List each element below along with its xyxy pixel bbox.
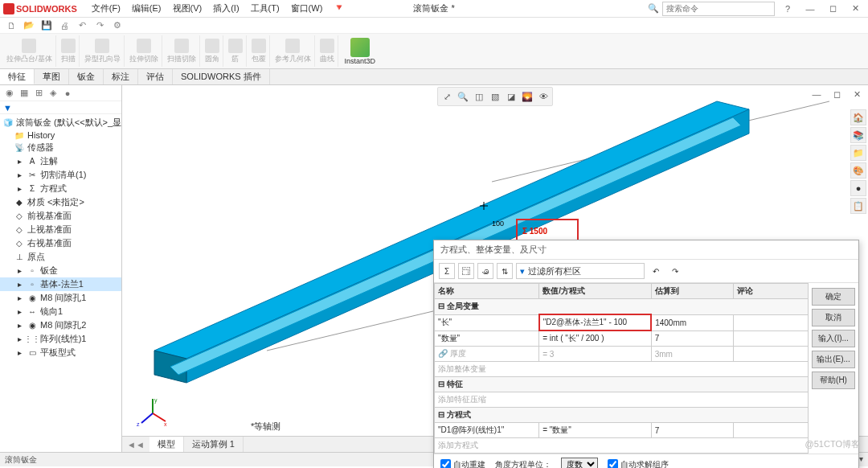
- tree-item[interactable]: ▸A注解: [0, 154, 121, 168]
- expand-icon[interactable]: ▸: [14, 294, 24, 303]
- maximize-icon[interactable]: ◻: [823, 2, 842, 16]
- auto-solve-check[interactable]: 自动求解组序: [608, 459, 669, 469]
- menu-edit[interactable]: 编辑(E): [127, 1, 166, 16]
- tree-root[interactable]: 🧊 滚筒钣金 (默认<<默认>_显示状态 1: [0, 116, 121, 129]
- open-icon[interactable]: 📂: [23, 19, 35, 32]
- ribbon-refgeom[interactable]: 参考几何体: [272, 35, 315, 67]
- table-row[interactable]: "D1@阵列(线性)1" = "数量" 7: [435, 423, 809, 438]
- help-button[interactable]: 帮助(H): [812, 372, 855, 389]
- save-icon[interactable]: 💾: [40, 19, 53, 32]
- new-icon[interactable]: 🗋: [5, 19, 18, 32]
- status-more-icon[interactable]: ▾: [859, 454, 863, 466]
- table-row[interactable]: "数量" = int ( "长" / 200 ) 7: [435, 330, 809, 347]
- ribbon-fillet[interactable]: 圆角: [202, 35, 223, 67]
- tree-item[interactable]: 📡传感器: [0, 141, 121, 154]
- cancel-button[interactable]: 取消: [812, 309, 855, 326]
- tree-item[interactable]: ◆材质 <未指定>: [0, 195, 121, 209]
- eq-redo-icon[interactable]: ↷: [667, 263, 683, 279]
- tree-tab4-icon[interactable]: ◈: [47, 87, 59, 100]
- tab-features[interactable]: 特征: [0, 69, 35, 84]
- expand-icon[interactable]: ▸: [14, 307, 24, 317]
- tree-item[interactable]: ▸✂切割清单(1): [0, 168, 121, 182]
- eq-sigma-icon[interactable]: Σ: [439, 263, 455, 279]
- tab-nav-prev-icon[interactable]: ◄◄: [122, 440, 149, 450]
- ribbon-sweepcut[interactable]: 扫描切除: [164, 35, 200, 67]
- tab-sketch[interactable]: 草图: [35, 69, 69, 84]
- tree-item[interactable]: ▸◉M8 间隙孔1: [0, 291, 121, 305]
- table-row[interactable]: 🔗 厚度 = 3 3mm: [435, 347, 809, 362]
- menu-tools[interactable]: 工具(T): [246, 1, 285, 16]
- tree-item[interactable]: ▸↔镜向1: [0, 305, 121, 318]
- expand-icon[interactable]: ▸: [14, 335, 24, 344]
- instant3d-button[interactable]: Instant3D: [340, 38, 381, 65]
- expand-icon[interactable]: ▸: [14, 321, 24, 330]
- tab-evaluate[interactable]: 评估: [138, 69, 173, 84]
- table-row[interactable]: "长" "D2@基体-法兰1" - 100 1400mm: [435, 314, 809, 330]
- tree-tab3-icon[interactable]: ⊞: [32, 87, 45, 100]
- tab-motion[interactable]: 运动算例 1: [184, 437, 244, 452]
- tree-item[interactable]: ▸▭平板型式: [0, 346, 121, 359]
- auto-rebuild-check[interactable]: 自动重建: [440, 459, 485, 469]
- tab-annotate[interactable]: 标注: [104, 69, 138, 84]
- equations-table[interactable]: 名称 数值/方程式 估算到 评论 ⊟ 全局变量 "长" "D2@基体-法兰1" …: [434, 283, 809, 454]
- minimize-icon[interactable]: —: [800, 2, 820, 16]
- tree-item[interactable]: ◇上视基准面: [0, 223, 121, 236]
- tree-item[interactable]: ▸◉M8 间隙孔2: [0, 318, 121, 332]
- table-row-add[interactable]: 添加方程式: [435, 438, 809, 454]
- menu-insert[interactable]: 插入(I): [208, 1, 244, 16]
- tree-item[interactable]: ▸▫基体-法兰1: [0, 277, 121, 291]
- menu-more-icon[interactable]: 🔻: [329, 1, 350, 16]
- eq-sort-icon[interactable]: ⇅: [497, 263, 513, 279]
- tab-model[interactable]: 模型: [149, 437, 184, 452]
- angle-unit-select[interactable]: 度数: [561, 458, 598, 468]
- collapse-icon[interactable]: ⊟: [438, 302, 444, 310]
- ribbon-hole[interactable]: 异型孔向导: [81, 35, 125, 67]
- tab-sheetmetal[interactable]: 钣金: [69, 69, 104, 84]
- ribbon-rib[interactable]: 筋: [225, 35, 247, 67]
- table-row-add[interactable]: 添加整体变量: [435, 362, 809, 377]
- expand-icon[interactable]: ▸: [14, 184, 24, 194]
- eq-filter-box[interactable]: ▾ 过滤所有栏区: [516, 263, 645, 279]
- table-row-add[interactable]: 添加特征压缩: [435, 392, 809, 408]
- redo-icon[interactable]: ↷: [93, 19, 106, 32]
- ribbon-cut[interactable]: 拉伸切除: [126, 35, 162, 67]
- eq-view2-icon[interactable]: ಄: [477, 263, 493, 279]
- tree-tab5-icon[interactable]: ●: [61, 87, 74, 100]
- menu-window[interactable]: 窗口(W): [286, 1, 328, 16]
- tree-item[interactable]: ◇右视基准面: [0, 236, 121, 250]
- import-button[interactable]: 输入(I)...: [812, 330, 855, 347]
- collapse-icon[interactable]: ⊟: [438, 410, 444, 419]
- search-box[interactable]: [662, 2, 775, 16]
- ribbon-sweep[interactable]: 扫描: [58, 35, 80, 67]
- options-icon[interactable]: ⚙: [111, 19, 124, 32]
- tree-item[interactable]: ▸⋮⋮阵列(线性)1: [0, 332, 121, 346]
- filter-icon[interactable]: ▼: [3, 103, 12, 113]
- eq-undo-icon[interactable]: ↶: [648, 263, 664, 279]
- expand-icon[interactable]: ▸: [14, 170, 24, 180]
- eq-view1-icon[interactable]: ⿹: [458, 263, 474, 279]
- menu-file[interactable]: 文件(F): [87, 1, 125, 16]
- menu-view[interactable]: 视图(V): [168, 1, 207, 16]
- tree-item[interactable]: ▸▫钣金: [0, 264, 121, 277]
- expand-icon[interactable]: ▸: [14, 280, 24, 289]
- tree-item[interactable]: ◇前视基准面: [0, 209, 121, 223]
- orientation-triad[interactable]: y x z: [137, 397, 169, 429]
- print-icon[interactable]: 🖨: [58, 19, 71, 32]
- equations-dialog[interactable]: 方程式、整体变量、及尺寸 Σ ⿹ ಄ ⇅ ▾ 过滤所有栏区 ↶ ↷ 名称 数值/…: [433, 240, 859, 468]
- tree-tab1-icon[interactable]: ◉: [3, 87, 16, 100]
- close-icon[interactable]: ✕: [845, 2, 865, 16]
- ribbon-wrap[interactable]: 包覆: [248, 35, 270, 67]
- tree-item[interactable]: 📁History: [0, 129, 121, 141]
- tab-plugins[interactable]: SOLIDWORKS 插件: [173, 69, 270, 84]
- tree-item[interactable]: ▸Σ方程式: [0, 182, 121, 195]
- tree-tab2-icon[interactable]: ▦: [18, 87, 31, 100]
- search-input[interactable]: [666, 4, 771, 13]
- export-button[interactable]: 输出(E)...: [812, 351, 855, 368]
- ok-button[interactable]: 确定: [812, 288, 855, 306]
- help-icon[interactable]: ?: [778, 2, 797, 16]
- feature-tree[interactable]: 🧊 滚筒钣金 (默认<<默认>_显示状态 1 📁History📡传感器▸A注解▸…: [0, 114, 121, 452]
- expand-icon[interactable]: ▸: [14, 348, 24, 358]
- ribbon-curves[interactable]: 曲线: [317, 35, 338, 67]
- undo-icon[interactable]: ↶: [76, 19, 88, 32]
- expand-icon[interactable]: ▸: [14, 266, 24, 276]
